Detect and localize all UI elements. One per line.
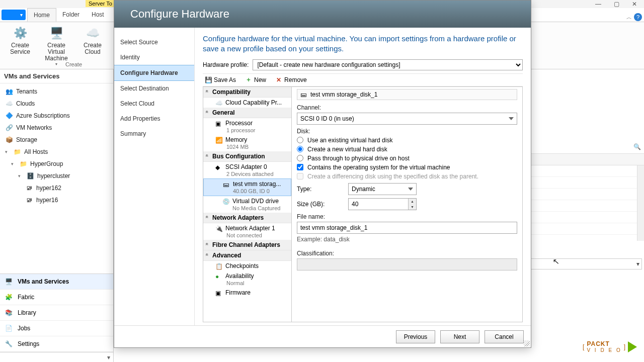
item-scsi-adapter[interactable]: ◆SCSI Adapter 02 Devices attached <box>203 162 291 178</box>
spin-up[interactable]: ▲ <box>408 199 416 204</box>
minimize-button[interactable]: — <box>594 1 603 8</box>
step-summary[interactable]: Summary <box>114 126 194 141</box>
close-button[interactable]: ✕ <box>630 1 639 8</box>
tree-hypergroup[interactable]: ▾📁HyperGroup <box>0 158 113 170</box>
item-disk[interactable]: 🖴test vmm storag...40.00 GB, ID 0 <box>203 178 291 196</box>
collapse-ribbon-icon[interactable]: ︿ <box>626 14 632 21</box>
folder-icon: 📁 <box>19 160 27 167</box>
cat-network[interactable]: Network Adapters <box>203 213 291 223</box>
chk-contains-os[interactable]: Contains the operating system for the vi… <box>297 164 517 171</box>
filename-input[interactable] <box>297 222 517 234</box>
spin-down[interactable]: ▼ <box>408 204 416 210</box>
item-checkpoints[interactable]: 📋Checkpoints <box>203 261 291 271</box>
cancel-button[interactable]: Cancel <box>485 330 524 343</box>
step-select-source[interactable]: Select Source <box>114 35 194 50</box>
type-select[interactable]: Dynamic <box>348 183 417 195</box>
opt-new-disk[interactable]: Create a new virtual hard disk <box>297 146 517 153</box>
tree-all-hosts[interactable]: ▾📁All Hosts <box>0 146 113 158</box>
hardware-tree[interactable]: Compatibility ☁️Cloud Capability Pr... G… <box>203 87 292 322</box>
step-select-cloud[interactable]: Select Cloud <box>114 96 194 111</box>
tab-home[interactable]: Home <box>27 8 56 22</box>
library-icon: 📚 <box>5 309 13 316</box>
scsi-icon: ◆ <box>215 164 222 170</box>
hardware-profile-select[interactable]: [Default - create new hardware configura… <box>253 59 523 70</box>
hardware-profile-label: Hardware profile: <box>203 61 249 68</box>
help-button[interactable]: ? <box>634 13 642 21</box>
switch-library[interactable]: 📚Library <box>0 305 113 321</box>
app-menu-button[interactable] <box>2 10 26 20</box>
jobs-icon: 📄 <box>5 325 13 332</box>
create-cloud-button[interactable]: ☁️ Create Cloud <box>75 24 110 56</box>
remove-button[interactable]: ✕Remove <box>273 75 309 84</box>
tab-host[interactable]: Host <box>86 8 110 22</box>
tree-tenants[interactable]: 👥Tenants <box>0 85 113 98</box>
item-dvd[interactable]: 💿Virtual DVD driveNo Media Captured <box>203 196 291 213</box>
classification-select <box>297 258 517 270</box>
item-firmware[interactable]: ▣Firmware <box>203 288 291 298</box>
configure-hardware-dialog: Configure Hardware Select Source Identit… <box>114 0 531 348</box>
new-button[interactable]: ＋New <box>243 75 268 84</box>
tree-vm-networks[interactable]: 🔗VM Networks <box>0 122 113 134</box>
item-cloud-capability[interactable]: ☁️Cloud Capability Pr... <box>203 98 291 108</box>
filename-example: Example: data_disk <box>297 236 517 243</box>
cat-bus[interactable]: Bus Configuration <box>203 151 291 162</box>
vertical-scrollbar[interactable] <box>637 165 644 241</box>
size-input[interactable] <box>348 198 417 210</box>
navigation-tree[interactable]: 👥Tenants ☁️Clouds 🔷Azure Subscriptions 🔗… <box>0 83 113 274</box>
item-processor[interactable]: ▣Processor1 processor <box>203 118 291 135</box>
channel-select[interactable]: SCSI 0 ID 0 (in use) <box>297 113 517 125</box>
step-add-properties[interactable]: Add Properties <box>114 111 194 126</box>
memory-icon: 📶 <box>215 137 222 143</box>
opt-existing-disk[interactable]: Use an existing virtual hard disk <box>297 137 517 144</box>
settings-icon: 🔧 <box>5 340 13 347</box>
next-button[interactable]: Next <box>440 330 479 343</box>
checkpoint-icon: 📋 <box>215 263 222 269</box>
step-configure-hardware[interactable]: Configure Hardware <box>114 65 194 81</box>
item-network-adapter[interactable]: 🔌Network Adapter 1Not connected <box>203 223 291 240</box>
cloud-icon: ☁️ <box>85 25 101 41</box>
dialog-title: Configure Hardware <box>114 1 531 28</box>
item-memory[interactable]: 📶Memory1024 MB <box>203 135 291 151</box>
cat-compatibility[interactable]: Compatibility <box>203 87 291 98</box>
storage-icon: 📦 <box>5 136 13 143</box>
switch-settings[interactable]: 🔧Settings <box>0 336 113 352</box>
cat-general[interactable]: General <box>203 108 291 118</box>
service-icon: ⚙️ <box>12 25 28 41</box>
save-as-button[interactable]: 💾Save As <box>203 75 238 84</box>
tree-clouds[interactable]: ☁️Clouds <box>0 98 113 110</box>
dvd-icon: 💿 <box>222 198 229 204</box>
cluster-icon: 🗄️ <box>26 172 34 179</box>
delete-icon: ✕ <box>275 76 282 83</box>
switch-jobs[interactable]: 📄Jobs <box>0 321 113 336</box>
nav-header: VMs and Services <box>0 69 113 83</box>
step-select-destination[interactable]: Select Destination <box>114 81 194 96</box>
switch-fabric[interactable]: 🧩Fabric <box>0 290 113 305</box>
type-label: Type: <box>297 186 342 193</box>
disk-icon: 🖴 <box>223 181 230 187</box>
item-availability[interactable]: ●AvailabilityNormal <box>203 271 291 288</box>
maximize-button[interactable]: ▢ <box>612 1 621 8</box>
resize-grip[interactable] <box>524 340 530 346</box>
tree-storage[interactable]: 📦Storage <box>0 134 113 146</box>
vms-icon: 🖥️ <box>5 278 13 285</box>
step-identity[interactable]: Identity <box>114 50 194 65</box>
tree-hyper16[interactable]: 🖳hyper16 <box>0 194 113 206</box>
nav-more-button[interactable]: ▾ <box>0 352 113 362</box>
azure-icon: 🔷 <box>5 112 13 119</box>
previous-button[interactable]: Previous <box>396 330 435 343</box>
wizard-steps: Select Source Identity Configure Hardwar… <box>114 28 195 325</box>
create-service-button[interactable]: ⚙️ Create Service <box>3 24 37 56</box>
cat-fibre[interactable]: Fibre Channel Adapters <box>203 240 291 250</box>
switch-vms[interactable]: 🖥️VMs and Services <box>0 274 113 290</box>
mouse-cursor: ↖ <box>552 256 559 266</box>
tree-hyper162[interactable]: 🖳hyper162 <box>0 182 113 194</box>
folder-icon: 📁 <box>13 148 21 155</box>
cat-advanced[interactable]: Advanced <box>203 250 291 261</box>
search-icon[interactable]: 🔍 <box>633 143 641 150</box>
opt-passthrough[interactable]: Pass through to physical drive on host <box>297 155 517 162</box>
chk-differencing: Create a differencing disk using the spe… <box>297 173 517 180</box>
tree-hypercluster[interactable]: ▾🗄️hypercluster <box>0 170 113 182</box>
tab-folder[interactable]: Folder <box>56 8 86 22</box>
disk-label: Disk: <box>297 128 517 135</box>
tree-azure[interactable]: 🔷Azure Subscriptions <box>0 110 113 122</box>
